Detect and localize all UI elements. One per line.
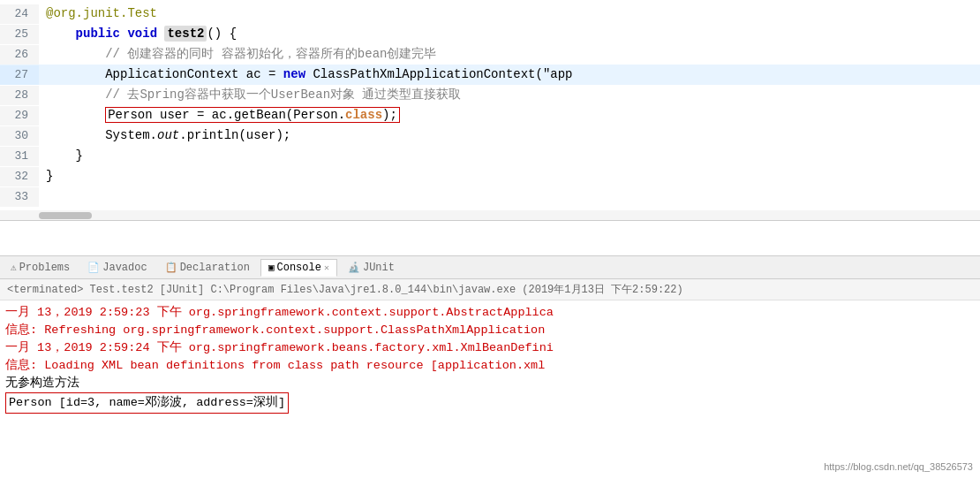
line-content-31: }: [39, 146, 980, 165]
line-num-28: 28: [0, 86, 39, 105]
code-line-29: 29 Person user = ac.getBean(Person.class…: [0, 105, 980, 125]
line-num-30: 30: [0, 126, 39, 146]
comment-28: // 去Spring容器中获取一个UserBean对象 通过类型直接获取: [105, 87, 461, 102]
line-content-24: @org.junit.Test: [39, 4, 980, 23]
watermark: https://blog.csdn.net/qq_38526573: [824, 458, 973, 475]
line-content-29: Person user = ac.getBean(Person.class);: [39, 105, 980, 125]
console-line-2: 信息: Refreshing org.springframework.conte…: [5, 322, 975, 339]
code-editor: 24 @org.junit.Test 25 public void test2(…: [0, 0, 980, 256]
console-close[interactable]: ✕: [324, 262, 329, 273]
out-italic: out: [157, 128, 179, 142]
line-num-25: 25: [0, 25, 39, 44]
kw-public: public: [76, 27, 120, 41]
kw-class: class: [345, 108, 382, 122]
console-header: <terminated> Test.test2 [JUnit] C:\Progr…: [0, 279, 980, 300]
code-line-30: 30 System.out.println(user);: [0, 125, 980, 146]
tab-declaration[interactable]: 📋 Declaration: [158, 260, 257, 276]
tab-problems-label: Problems: [19, 262, 71, 274]
console-icon: ▣: [268, 262, 275, 273]
line-num-27: 27: [0, 65, 39, 85]
declaration-icon: 📋: [165, 262, 177, 273]
code-line-32: 32 }: [0, 166, 980, 186]
code-line-24: 24 @org.junit.Test: [0, 4, 980, 24]
line-content-26: // 创建容器的同时 容器初始化，容器所有的bean创建完毕: [39, 44, 980, 64]
line-content-25: public void test2() {: [39, 24, 980, 43]
kw-new-27: new: [283, 67, 305, 81]
console-boxed-output: Person [id=3, name=邓澎波, address=深圳]: [5, 392, 289, 414]
line-content-32: }: [39, 166, 980, 186]
comment-26: // 创建容器的同时 容器初始化，容器所有的bean创建完毕: [105, 47, 436, 61]
horizontal-scrollbar[interactable]: [0, 210, 980, 221]
line-num-29: 29: [0, 106, 39, 125]
console-line-6: Person [id=3, name=邓澎波, address=深圳]: [5, 392, 975, 414]
console-line-4: 信息: Loading XML bean definitions from cl…: [5, 357, 975, 375]
code-line-26: 26 // 创建容器的同时 容器初始化，容器所有的bean创建完毕: [0, 44, 980, 65]
console-tabs: ⚠ Problems 📄 Javadoc 📋 Declaration ▣ Con…: [0, 256, 980, 279]
main-container: 24 @org.junit.Test 25 public void test2(…: [0, 0, 980, 479]
line-num-32: 32: [0, 167, 39, 186]
boxed-code-29: Person user = ac.getBean(Person.class);: [105, 107, 400, 123]
line-content-33: [39, 186, 980, 206]
method-test2: test2: [164, 26, 207, 42]
tab-junit[interactable]: 🔬 JUnit: [341, 260, 402, 276]
javadoc-icon: 📄: [87, 262, 100, 273]
problems-icon: ⚠: [11, 262, 17, 273]
code-line-27: 27 ApplicationContext ac = new ClassPath…: [0, 65, 980, 85]
line-num-26: 26: [0, 45, 39, 65]
line-content-30: System.out.println(user);: [39, 125, 980, 145]
code-line-28: 28 // 去Spring容器中获取一个UserBean对象 通过类型直接获取: [0, 85, 980, 105]
tab-console-label: Console: [277, 262, 321, 274]
tab-problems[interactable]: ⚠ Problems: [4, 260, 77, 276]
line-content-28: // 去Spring容器中获取一个UserBean对象 通过类型直接获取: [39, 85, 980, 104]
line-num-33: 33: [0, 187, 39, 207]
tab-junit-label: JUnit: [363, 262, 395, 274]
scroll-thumb[interactable]: [39, 212, 92, 219]
console-area: ⚠ Problems 📄 Javadoc 📋 Declaration ▣ Con…: [0, 256, 980, 479]
line-num-24: 24: [0, 4, 39, 24]
tab-console[interactable]: ▣ Console ✕: [260, 259, 337, 277]
tab-javadoc[interactable]: 📄 Javadoc: [80, 260, 154, 276]
line-num-31: 31: [0, 147, 39, 166]
code-lines: 24 @org.junit.Test 25 public void test2(…: [0, 0, 980, 210]
console-header-text: <terminated> Test.test2 [JUnit] C:\Progr…: [7, 284, 683, 296]
console-output: 一月 13，2019 2:59:23 下午 org.springframewor…: [0, 300, 980, 479]
console-line-3: 一月 13，2019 2:59:24 下午 org.springframewor…: [5, 339, 975, 357]
code-line-25: 25 public void test2() {: [0, 24, 980, 44]
line-content-27: ApplicationContext ac = new ClassPathXml…: [39, 65, 980, 84]
code-line-33: 33: [0, 186, 980, 207]
console-line-1: 一月 13，2019 2:59:23 下午 org.springframewor…: [5, 304, 975, 322]
console-line-5: 无参构造方法: [5, 375, 975, 392]
tab-javadoc-label: Javadoc: [102, 262, 147, 274]
tab-declaration-label: Declaration: [180, 262, 250, 274]
kw-void: void: [127, 27, 157, 41]
annotation-text: @org.junit.Test: [46, 6, 157, 20]
code-line-31: 31 }: [0, 146, 980, 166]
junit-icon: 🔬: [348, 262, 360, 273]
